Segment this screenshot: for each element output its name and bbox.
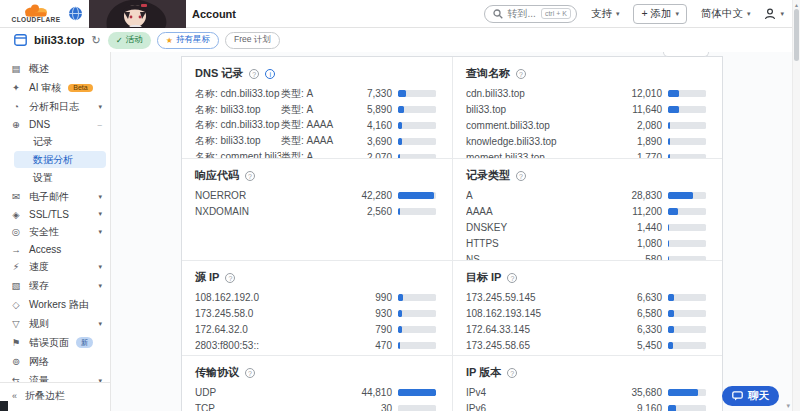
- bar-fill: [668, 122, 670, 129]
- sidebar-item-traffic[interactable]: ⇆流量▾: [0, 371, 110, 382]
- bar-track: [668, 326, 706, 333]
- sidebar-item-caching[interactable]: ▧缓存▾: [0, 276, 110, 295]
- record-type: 类型: A: [281, 103, 367, 117]
- zone-badge-active[interactable]: ✓活动: [108, 32, 151, 49]
- language-menu[interactable]: 简体中文 ▾: [701, 7, 751, 21]
- chevron-down-icon: ▾: [98, 210, 102, 218]
- scrollbar-thumb[interactable]: [794, 9, 799, 61]
- sidebar-item-label: 概述: [29, 62, 49, 76]
- chevron-down-icon: ▾: [747, 10, 751, 18]
- sidebar-item-access[interactable]: →Access: [0, 241, 110, 257]
- metric-value: 30: [381, 403, 392, 411]
- sidebar-item-label: 电子邮件: [29, 190, 69, 204]
- cloudflare-logo[interactable]: CLOUDFLARE: [8, 4, 64, 23]
- metric-label: IPv6: [466, 403, 637, 411]
- top-header: CLOUDFLARE: [0, 0, 800, 28]
- metric-label: cdn.bili33.top: [466, 88, 631, 99]
- sidebar-subitem-dns-records[interactable]: 记录: [14, 133, 106, 150]
- account-avatar-banner[interactable]: [89, 0, 186, 28]
- record-name: 名称: bili33.top: [195, 103, 281, 117]
- bar-fill: [398, 310, 402, 317]
- metric-value: 5,450: [637, 340, 662, 351]
- zone-domain[interactable]: bili33.top: [34, 34, 84, 46]
- metric-row: 2803:f800:53::470: [195, 337, 436, 353]
- panel-record-types: 记录类型?A28,830AAAA11,200DNSKEY1,440HTTPS1,…: [452, 158, 722, 260]
- panel-title-row: 记录类型?: [466, 168, 706, 183]
- active-glyph-icon: ✓: [116, 35, 123, 45]
- panel-title-row: 响应代码?: [195, 168, 436, 183]
- metric-label: NOERROR: [195, 190, 361, 201]
- metric-row: 名称: cdn.bili33.top类型: A7,330: [195, 86, 436, 102]
- help-icon[interactable]: ?: [516, 171, 526, 181]
- sidebar-item-analytics-logs[interactable]: ◔分析和日志▾: [0, 97, 110, 116]
- sidebar-item-email[interactable]: ✉电子邮件▾: [0, 187, 110, 206]
- panel-dns-records: DNS 记录?i名称: cdn.bili33.top类型: A7,330名称: …: [182, 57, 452, 158]
- metric-value: 7,330: [367, 88, 392, 99]
- support-menu[interactable]: 支持 ▾: [591, 7, 620, 21]
- metric-value: 9,160: [637, 403, 662, 411]
- panel-title: 目标 IP: [466, 270, 501, 285]
- metric-label: AAAA: [466, 206, 632, 217]
- sidebar-item-label: 错误页面: [29, 336, 69, 350]
- info-icon[interactable]: i: [265, 69, 275, 79]
- help-icon[interactable]: ?: [507, 368, 517, 378]
- search-icon: [493, 9, 503, 19]
- bar-track: [398, 326, 436, 333]
- zone-badge-label: 持有星标: [176, 34, 210, 46]
- sidebar-item-error-pages[interactable]: ⚑错误页面新: [0, 333, 110, 352]
- zone-badge-plan[interactable]: Free 计划: [225, 32, 280, 49]
- account-label[interactable]: Account: [192, 8, 236, 20]
- zone-badge-star[interactable]: ★持有星标: [157, 32, 219, 49]
- clipped-panel-remnant: [663, 52, 709, 57]
- metric-label: A: [466, 190, 631, 201]
- help-icon[interactable]: ?: [516, 69, 526, 79]
- analytics-icon: ◔: [10, 101, 22, 112]
- sidebar-item-network[interactable]: ⊚网络: [0, 352, 110, 371]
- sidebar-subitem-dns-analytics[interactable]: 数据分析: [14, 151, 106, 168]
- metric-value: 6,580: [637, 308, 662, 319]
- sidebar-subitem-dns-settings[interactable]: 设置: [14, 169, 106, 186]
- chat-button[interactable]: 聊天: [722, 386, 779, 406]
- scrollbar[interactable]: ▲: [792, 0, 800, 411]
- globe-icon[interactable]: [68, 6, 83, 21]
- search-input[interactable]: 转到... ctrl + K: [484, 5, 577, 23]
- metric-value: 990: [375, 292, 392, 303]
- metric-value: 11,640: [632, 104, 662, 115]
- sidebar-item-overview[interactable]: ▤概述: [0, 59, 110, 78]
- sidebar-item-dns[interactable]: ⊕DNS–: [0, 116, 110, 132]
- bar-track: [668, 90, 706, 97]
- sidebar-item-security[interactable]: ◎安全性▾: [0, 222, 110, 241]
- bar-track: [668, 294, 706, 301]
- help-icon[interactable]: ?: [245, 368, 255, 378]
- metric-label: comment.bili33.top: [466, 120, 637, 131]
- bar-fill: [668, 224, 669, 231]
- collapse-sidebar-button[interactable]: « 折叠边栏: [0, 382, 110, 411]
- chevron-down-icon: ▾: [98, 263, 102, 271]
- bar-track: [668, 138, 706, 145]
- sidebar-item-rules[interactable]: ▽规则▾: [0, 314, 110, 333]
- refresh-icon[interactable]: ↻: [91, 34, 100, 47]
- metric-row: A28,830: [466, 188, 706, 204]
- sidebar-item-label: AI 审核: [29, 81, 61, 95]
- panel-title: 响应代码: [195, 168, 239, 183]
- metric-row: UDP44,810: [195, 385, 436, 401]
- sidebar-item-ssl-tls[interactable]: ◈SSL/TLS▾: [0, 206, 110, 222]
- help-icon[interactable]: ?: [245, 171, 255, 181]
- sidebar-item-workers-routes[interactable]: ◇Workers 路由: [0, 295, 110, 314]
- sidebar-item-ai-audit[interactable]: ✦AI 审核Beta: [0, 78, 110, 97]
- panel-title-row: 传输协议?: [195, 365, 436, 380]
- record-type: 类型: A: [281, 150, 367, 158]
- help-icon[interactable]: ?: [249, 69, 259, 79]
- metric-row: NS580: [466, 251, 706, 260]
- chat-button-label: 聊天: [748, 389, 769, 403]
- user-menu[interactable]: ▾: [764, 8, 784, 20]
- sidebar-item-speed[interactable]: ⚡速度▾: [0, 257, 110, 276]
- bar-track: [398, 405, 436, 411]
- bar-track: [398, 389, 436, 396]
- help-icon[interactable]: ?: [507, 273, 517, 283]
- scroll-up-arrow[interactable]: ▲: [793, 0, 800, 8]
- bar-fill: [398, 208, 400, 215]
- help-icon[interactable]: ?: [225, 273, 235, 283]
- metric-label: 2803:f800:53::: [195, 340, 375, 351]
- add-menu[interactable]: + 添加 ▾: [633, 4, 687, 24]
